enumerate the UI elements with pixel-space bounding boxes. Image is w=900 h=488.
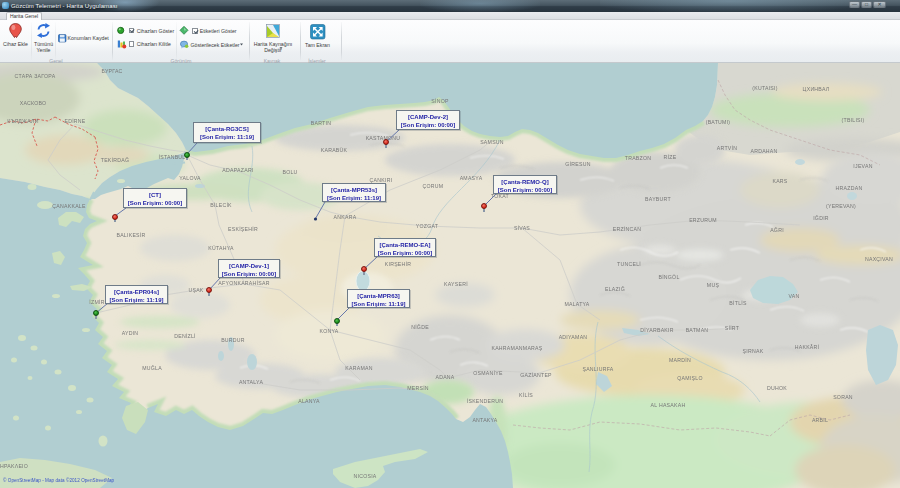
svg-text:YOZGAT: YOZGAT (416, 223, 439, 229)
svg-text:BOLU: BOLU (282, 169, 297, 175)
svg-text:AYDIN: AYDIN (122, 330, 139, 336)
svg-text:BARTIN: BARTIN (311, 120, 331, 126)
svg-text:KARAMAN: KARAMAN (345, 365, 372, 371)
svg-text:KARABÜK: KARABÜK (321, 147, 348, 153)
svg-text:ANKARA: ANKARA (334, 214, 357, 220)
svg-text:UŞAK: UŞAK (188, 287, 203, 293)
svg-text:BAYBURT: BAYBURT (645, 196, 671, 202)
svg-text:GAZİANTEP: GAZİANTEP (520, 372, 552, 378)
svg-text:İSTANBUL: İSTANBUL (159, 154, 186, 160)
svg-text:NAXÇIVAN: NAXÇIVAN (865, 256, 893, 262)
svg-text:BURDUR: BURDUR (221, 337, 245, 343)
svg-text:СТАРА ЗАГОРА: СТАРА ЗАГОРА (15, 73, 56, 79)
svg-text:TRABZON: TRABZON (625, 155, 652, 161)
svg-text:BİTLİS: BİTLİS (729, 300, 747, 306)
svg-text:MALATYA: MALATYA (564, 301, 589, 307)
svg-text:IĞDIR: IĞDIR (813, 215, 829, 221)
svg-text:AFYONKARAHİSAR: AFYONKARAHİSAR (218, 280, 269, 286)
svg-text:AĞRI: AĞRI (770, 227, 784, 233)
svg-text:ARBIL: ARBIL (812, 417, 828, 423)
svg-text:KÜTAHYA: KÜTAHYA (208, 245, 234, 251)
svg-text:BİNGÖL: BİNGÖL (658, 274, 679, 280)
svg-text:AL HASAKAH: AL HASAKAH (651, 402, 686, 408)
svg-text:KARS: KARS (772, 178, 787, 184)
svg-text:SİVAS: SİVAS (514, 225, 530, 231)
svg-text:RİZE: RİZE (664, 154, 677, 160)
svg-text:TUNCELİ: TUNCELİ (617, 261, 641, 267)
svg-text:KAHRAMANMARAŞ: KAHRAMANMARAŞ (491, 345, 542, 351)
svg-text:ERZURUM: ERZURUM (689, 217, 717, 223)
svg-text:DİYARBAKIR: DİYARBAKIR (640, 327, 674, 333)
svg-text:OSMANİYE: OSMANİYE (473, 370, 503, 376)
svg-text:BALIKESİR: BALIKESİR (116, 232, 145, 238)
svg-text:YALOVA: YALOVA (179, 175, 201, 181)
svg-text:ANTAKYA: ANTAKYA (472, 417, 497, 423)
svg-text:ERZİNCAN: ERZİNCAN (613, 226, 642, 232)
svg-text:ALANYA: ALANYA (298, 398, 320, 404)
svg-text:ADAPAZARI: ADAPAZARI (222, 167, 253, 173)
svg-text:ŞANLIURFA: ŞANLIURFA (582, 366, 613, 372)
svg-text:KIRŞEHİR: KIRŞEHİR (385, 261, 412, 267)
svg-text:ΗΡΑΚΛΕΙΟ: ΗΡΑΚΛΕΙΟ (0, 463, 28, 469)
svg-text:(TBILISI): (TBILISI) (841, 117, 864, 123)
svg-text:ANTALYA: ANTALYA (239, 379, 264, 385)
svg-text:DUHOK: DUHOK (767, 385, 787, 391)
svg-text:ARTVİN: ARTVİN (717, 145, 737, 151)
svg-text:NICOSIA: NICOSIA (353, 473, 376, 479)
svg-text:БУРГАС: БУРГАС (101, 68, 122, 74)
svg-text:SİNOP: SİNOP (431, 98, 449, 104)
svg-text:BİLECİK: BİLECİK (210, 202, 232, 208)
svg-text:ŞIRNAK: ŞIRNAK (743, 348, 764, 354)
svg-text:VAN: VAN (788, 293, 799, 299)
svg-text:IJEVAN: IJEVAN (853, 163, 872, 169)
svg-text:KAYSERİ: KAYSERİ (444, 281, 468, 287)
svg-text:HAKKÂRİ: HAKKÂRİ (795, 344, 820, 350)
svg-text:TEKİRDAĞ: TEKİRDAĞ (101, 157, 130, 163)
svg-text:MERSİN: MERSİN (407, 385, 429, 391)
svg-text:EDİRNE: EDİRNE (64, 118, 85, 124)
svg-text:ADIYAMAN: ADIYAMAN (559, 334, 588, 340)
svg-text:ELAZIĞ: ELAZIĞ (605, 286, 625, 292)
svg-text:İZMİR: İZMİR (89, 299, 104, 305)
svg-text:BATMAN: BATMAN (686, 327, 709, 333)
svg-text:MARDİN: MARDİN (669, 357, 691, 363)
svg-text:AMASYA: AMASYA (460, 175, 483, 181)
svg-text:SAMSUN: SAMSUN (480, 139, 504, 145)
svg-text:KONYA: KONYA (319, 328, 338, 334)
svg-text:KİLİS: KİLİS (519, 392, 533, 398)
svg-text:(YEREVAN): (YEREVAN) (826, 203, 856, 209)
svg-text:SORAN: SORAN (833, 394, 853, 400)
svg-text:MUŞ: MUŞ (707, 282, 720, 288)
svg-text:КЪРДЖАЛИ: КЪРДЖАЛИ (7, 118, 38, 124)
svg-text:QAMIŞLO: QAMIŞLO (677, 375, 702, 381)
svg-text:SİİRT: SİİRT (725, 325, 740, 331)
svg-text:İSKENDERUN: İSKENDERUN (467, 398, 504, 404)
svg-text:(KUTAISI): (KUTAISI) (752, 85, 778, 91)
svg-text:ХАСКОВО: ХАСКОВО (20, 100, 47, 106)
svg-text:ARDAHAN: ARDAHAN (750, 148, 777, 154)
svg-text:ÇORUM: ÇORUM (423, 183, 444, 189)
svg-text:DENİZLİ: DENİZLİ (174, 333, 196, 339)
svg-text:MUĞLA: MUĞLA (142, 365, 162, 371)
svg-text:(BATUMI): (BATUMI) (706, 119, 731, 125)
svg-text:ESKİŞEHİR: ESKİŞEHİR (228, 226, 258, 232)
svg-text:ЦХИНВАЛ: ЦХИНВАЛ (803, 86, 830, 92)
svg-text:ÇANAKKALE: ÇANAKKALE (52, 203, 86, 209)
svg-text:GİRESUN: GİRESUN (565, 161, 590, 167)
svg-text:HRAZDAN: HRAZDAN (836, 185, 863, 191)
svg-text:NİĞDE: NİĞDE (411, 324, 429, 330)
svg-text:ADANA: ADANA (435, 374, 454, 380)
